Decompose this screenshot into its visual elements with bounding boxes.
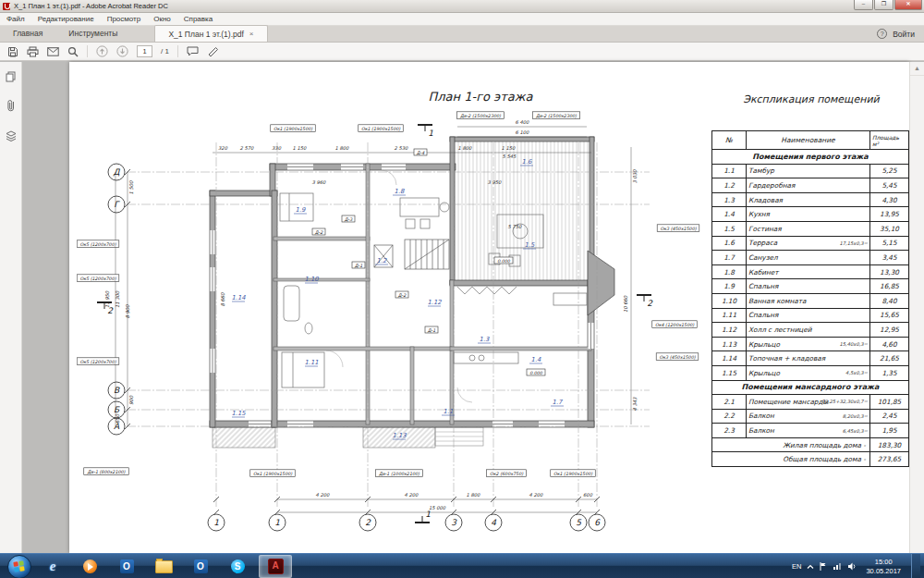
cell-room-number: 2.2 <box>712 410 746 424</box>
tray-network-icon[interactable] <box>833 562 842 571</box>
svg-text:Ок3 (450х1500): Ок3 (450х1500) <box>659 355 695 360</box>
svg-text:3: 3 <box>451 518 457 527</box>
table-row: Помещения мансардного этажа <box>712 380 908 395</box>
print-icon[interactable] <box>27 46 39 57</box>
svg-text:Ок1 (1900х1500): Ок1 (1900х1500) <box>253 472 292 476</box>
sign-pen-icon[interactable] <box>207 46 219 56</box>
svg-text:Дв-2 (1500х2300): Дв-2 (1500х2300) <box>536 114 577 118</box>
menu-help[interactable]: Справка <box>184 15 213 23</box>
dimension-label: 8 660 <box>220 292 225 307</box>
taskbar-clock[interactable]: 15:00 30.05.2017 <box>866 558 901 575</box>
close-button[interactable]: ✕ <box>894 0 922 10</box>
room-number-label: 1.3 <box>480 336 490 343</box>
cell-room-name: Балкон6,45х0,3= <box>746 424 869 437</box>
cell-room-name: Тамбур <box>746 165 869 178</box>
svg-text:Дв-2 (1500х2300): Дв-2 (1500х2300) <box>460 114 501 118</box>
dimension-label: 4 200 <box>529 492 544 498</box>
sign-in-button[interactable]: Войти <box>893 30 915 39</box>
svg-text:4: 4 <box>491 518 496 527</box>
cell-room-area: 13,95 <box>869 207 908 221</box>
cell-area-note: 15,40х0,3= <box>839 341 868 347</box>
tab-home[interactable]: Главная <box>0 26 55 42</box>
table-row: 2.3Балкон6,45х0,3=1,95 <box>712 423 908 437</box>
svg-text:Дв-1 (800х2100): Дв-1 (800х2100) <box>88 470 126 474</box>
dimension-label: 1 150 <box>293 145 308 151</box>
cell-area-note: 79,25+32,30х0,7= <box>821 399 868 404</box>
cell-room-name: Гардеробная <box>746 178 869 192</box>
table-row: 1.12Холл с лестницей12,95 <box>712 322 908 337</box>
cell-room-area: 5,15 <box>869 237 908 251</box>
svg-text:0.000: 0.000 <box>529 371 543 375</box>
next-page-icon[interactable] <box>116 45 128 57</box>
table-row: 2.2Балкон8,20х0,3=2,45 <box>712 409 908 424</box>
tray-show-hidden-icons[interactable] <box>807 563 814 571</box>
total-value: 273,65 <box>869 452 908 466</box>
cell-room-area: 8,40 <box>869 294 908 308</box>
scroll-up-icon[interactable]: ▲ <box>910 62 924 76</box>
taskbar-acrobat-reader[interactable]: A <box>259 555 292 578</box>
page-number-input[interactable] <box>137 45 152 57</box>
cell-room-name: Кухня <box>746 207 869 221</box>
clock-date: 30.05.2017 <box>866 567 901 575</box>
cell-room-name: Холл с лестницей <box>746 323 869 337</box>
cell-area-note: 4,5х0,3= <box>845 370 868 375</box>
show-desktop-button[interactable] <box>911 554 920 578</box>
taskbar-outlook[interactable]: O <box>111 556 142 577</box>
tab-tools[interactable]: Инструменты <box>55 26 130 42</box>
taskbar-skype[interactable]: S <box>222 556 253 577</box>
cell-room-name: Балкон8,20х0,3= <box>746 410 869 424</box>
vertical-scrollbar[interactable]: ▲ <box>909 62 924 553</box>
cell-room-number: 1.12 <box>712 323 746 337</box>
help-icon[interactable]: ? <box>877 29 887 39</box>
window-title: X_1 План 1 эт.(1).pdf - Adobe Acrobat Re… <box>14 2 168 10</box>
svg-text:6: 6 <box>594 518 601 527</box>
page-total-label: / 1 <box>161 47 169 55</box>
taskbar-explorer[interactable] <box>148 556 179 577</box>
save-icon[interactable] <box>7 46 18 57</box>
cell-room-area: 12,95 <box>869 323 908 337</box>
menu-file[interactable]: Файл <box>6 15 25 23</box>
table-row: Жилая площадь дома -183,30 <box>712 437 908 452</box>
cell-room-number: 1.11 <box>712 309 746 323</box>
maximize-button[interactable]: ❐ <box>874 0 894 10</box>
minimize-button[interactable]: – <box>854 0 873 10</box>
tab-close-icon[interactable]: × <box>249 30 254 38</box>
taskbar-internet-explorer[interactable]: e <box>37 556 68 577</box>
svg-text:Д-1: Д-1 <box>355 264 363 268</box>
page-thumbnails-icon[interactable] <box>6 69 16 86</box>
table-row: Общая площадь дома -273,65 <box>712 451 908 466</box>
cell-room-area: 21,65 <box>869 351 908 365</box>
room-number-label: 1.15 <box>231 410 246 417</box>
tray-flag-icon[interactable] <box>820 562 827 571</box>
start-button[interactable] <box>7 555 31 578</box>
tray-language[interactable]: EN <box>792 562 801 571</box>
svg-text:Ок1 (1900х1500): Ок1 (1900х1500) <box>361 127 400 131</box>
cell-room-area: 4,60 <box>869 338 908 351</box>
menu-edit[interactable]: Редактирование <box>38 15 94 23</box>
table-row: 1.2Гардеробная5,45 <box>712 178 908 192</box>
previous-page-icon[interactable] <box>96 45 108 57</box>
comment-icon[interactable] <box>187 46 199 56</box>
svg-text:Ок5 (1200х700): Ок5 (1200х700) <box>79 242 116 247</box>
menu-view[interactable]: Просмотр <box>107 15 141 23</box>
tab-document[interactable]: X_1 План 1 эт.(1).pdf × <box>154 25 267 42</box>
room-number-label: 1.14 <box>231 294 246 301</box>
search-icon[interactable] <box>67 46 79 57</box>
tray-volume-icon[interactable] <box>847 562 857 571</box>
taskbar-media-player[interactable] <box>74 556 105 577</box>
menu-window[interactable]: Окно <box>153 15 171 23</box>
taskbar-outlook-2[interactable]: O <box>185 556 216 577</box>
cell-room-area: 15,65 <box>869 309 908 323</box>
cell-room-area: 13,30 <box>869 265 908 279</box>
acrobat-app-icon <box>3 3 10 10</box>
dimension-label: 6 100 <box>516 129 530 135</box>
tab-bar: Главная Инструменты X_1 План 1 эт.(1).pd… <box>0 26 924 43</box>
dimension-label: 1 150 <box>502 145 517 151</box>
svg-text:2: 2 <box>365 518 371 527</box>
cell-area-note: 17,15х0,3= <box>839 240 868 246</box>
cell-room-number: 1.14 <box>712 351 746 365</box>
cell-room-area: 35,10 <box>869 222 908 236</box>
layers-icon[interactable] <box>6 129 17 145</box>
attachments-icon[interactable] <box>6 99 16 116</box>
email-icon[interactable] <box>47 47 59 56</box>
